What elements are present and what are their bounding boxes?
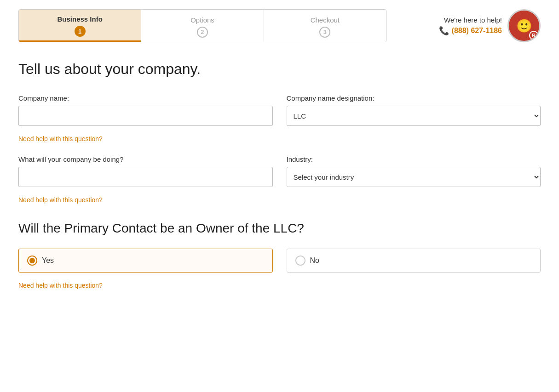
company-name-row: Company name: Company name designation: … <box>18 94 541 126</box>
company-name-input[interactable] <box>18 106 273 126</box>
avatar-face: 🙂 <box>516 18 532 34</box>
avatar-badge: R <box>529 31 538 40</box>
radio-circle-no <box>295 256 305 266</box>
step-1-circle: 1 <box>75 26 86 37</box>
company-name-label: Company name: <box>18 94 273 102</box>
industry-group: Industry: Select your industry Technolog… <box>287 155 541 187</box>
industry-select[interactable]: Select your industry Technology Retail H… <box>287 167 541 187</box>
step-options[interactable]: Options 2 <box>141 10 263 42</box>
company-doing-row: What will your company be doing? Industr… <box>18 155 541 187</box>
company-designation-label: Company name designation: <box>287 94 541 102</box>
radio-option-yes[interactable]: Yes <box>18 249 273 273</box>
radio-label-no: No <box>310 256 319 265</box>
company-designation-group: Company name designation: LLC Inc. Corp.… <box>287 94 541 126</box>
step-1-label: Business Info <box>57 15 102 23</box>
stepper: Business Info 1 Options 2 Checkout 3 <box>18 9 386 42</box>
page-title: Tell us about your company. <box>18 61 541 78</box>
radio-option-no[interactable]: No <box>287 249 541 273</box>
help-link-1[interactable]: Need help with this question? <box>18 135 103 142</box>
company-doing-label: What will your company be doing? <box>18 155 273 163</box>
radio-circle-yes <box>27 256 37 266</box>
step-business-info[interactable]: Business Info 1 <box>19 10 141 42</box>
support-text: We're here to help! 📞 (888) 627-1186 <box>439 16 502 36</box>
owner-radio-row: Yes No <box>18 249 541 273</box>
company-doing-group: What will your company be doing? <box>18 155 273 187</box>
page-header: Business Info 1 Options 2 Checkout 3 <box>18 9 541 42</box>
company-doing-input[interactable] <box>18 167 273 187</box>
help-link-3[interactable]: Need help with this question? <box>18 282 103 289</box>
phone-number: (888) 627-1186 <box>452 27 502 35</box>
company-name-group: Company name: <box>18 94 273 126</box>
industry-label: Industry: <box>287 155 541 163</box>
support-area: We're here to help! 📞 (888) 627-1186 🙂 R <box>439 9 541 42</box>
support-heading: We're here to help! <box>439 16 502 24</box>
main-content: Tell us about your company. Company name… <box>18 56 541 307</box>
phone-icon: 📞 <box>439 26 449 36</box>
step-2-circle: 2 <box>197 27 208 38</box>
radio-dot-yes <box>29 258 35 263</box>
avatar: 🙂 R <box>507 9 541 42</box>
step-checkout[interactable]: Checkout 3 <box>264 10 386 42</box>
company-designation-select[interactable]: LLC Inc. Corp. Ltd. PLLC <box>287 106 541 126</box>
support-phone[interactable]: 📞 (888) 627-1186 <box>439 26 502 36</box>
radio-label-yes: Yes <box>42 256 54 265</box>
help-link-2[interactable]: Need help with this question? <box>18 196 103 204</box>
step-2-label: Options <box>190 16 214 24</box>
step-3-label: Checkout <box>311 16 340 24</box>
owner-section-title: Will the Primary Contact be an Owner of … <box>18 221 541 236</box>
step-3-circle: 3 <box>319 27 330 38</box>
